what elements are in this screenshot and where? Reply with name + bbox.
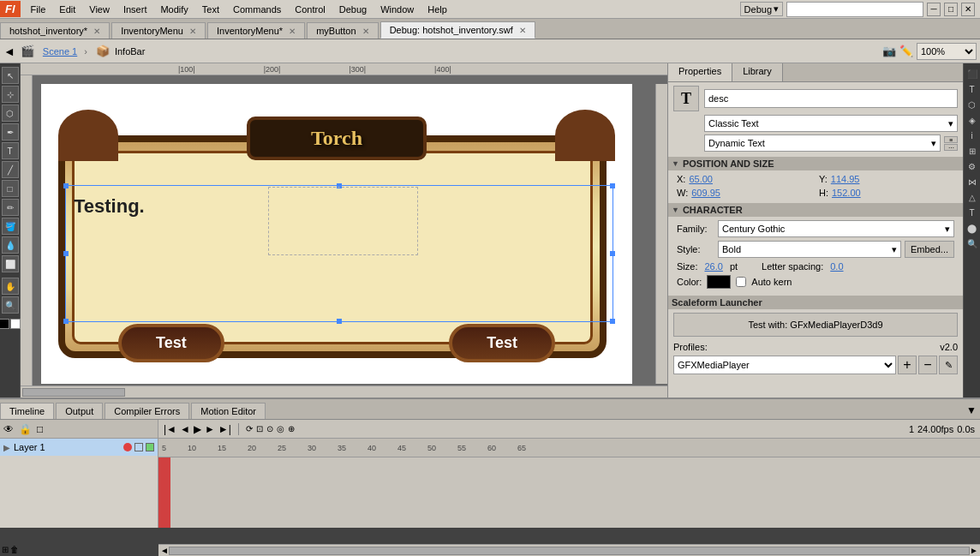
goto-end-button[interactable]: ►| <box>218 423 231 435</box>
profile-edit-button[interactable]: ✎ <box>939 356 958 374</box>
step-forward-button[interactable]: ► <box>205 423 215 435</box>
profile-remove-button[interactable]: − <box>918 356 937 374</box>
tab-properties[interactable]: Properties <box>668 63 732 81</box>
auto-kern-checkbox[interactable] <box>736 277 746 287</box>
menu-edit[interactable]: Edit <box>52 3 82 16</box>
tool-eraser[interactable]: ⬜ <box>2 255 19 272</box>
outline-icon[interactable]: □ <box>37 423 43 435</box>
profiles-select[interactable]: GFXMediaPlayer <box>673 356 896 374</box>
w-value[interactable]: 609.95 <box>691 188 720 198</box>
tab-inventorymenu1[interactable]: InventoryMenu ✕ <box>111 22 206 39</box>
menu-view[interactable]: View <box>82 3 117 16</box>
panel-icon-4[interactable]: ◈ <box>965 113 979 127</box>
lock-icon[interactable]: 🔒 <box>19 423 32 435</box>
loop-icon[interactable]: ⟳ <box>246 424 253 433</box>
tool-hand[interactable]: ✋ <box>2 278 19 295</box>
format-icon-top[interactable]: ≡ <box>944 136 958 143</box>
family-dropdown[interactable]: Century Gothic ▾ <box>718 220 954 237</box>
tab-close-im1[interactable]: ✕ <box>189 27 196 36</box>
debug-dropdown[interactable]: Debug ▾ <box>740 2 783 16</box>
test-button-right[interactable]: Test <box>449 324 555 362</box>
scroll-thumb-h[interactable] <box>22 388 125 397</box>
timeline-scroll-thumb[interactable] <box>169 547 970 555</box>
letter-spacing-value[interactable]: 0.0 <box>830 261 843 272</box>
menu-debug[interactable]: Debug <box>332 3 373 16</box>
close-button[interactable]: ✕ <box>961 3 975 16</box>
tool-text[interactable]: T <box>2 142 19 159</box>
panel-icon-12[interactable]: 🔍 <box>965 236 979 250</box>
eye-icon[interactable]: 👁 <box>3 423 14 435</box>
search-input[interactable] <box>786 2 923 17</box>
x-value[interactable]: 65.00 <box>689 174 713 184</box>
panel-icon-11[interactable]: ⬤ <box>965 221 979 235</box>
position-size-header[interactable]: ▼ POSITION AND SIZE <box>668 157 963 170</box>
tl-tab-compiler[interactable]: Compiler Errors <box>105 403 189 419</box>
scrollbar-horizontal[interactable] <box>21 386 667 398</box>
panel-icon-10[interactable]: T <box>965 206 979 219</box>
embed-button[interactable]: Embed... <box>905 241 954 258</box>
menu-text[interactable]: Text <box>195 3 226 16</box>
character-header[interactable]: ▼ CHARACTER <box>668 203 963 217</box>
tl-tab-output[interactable]: Output <box>56 403 103 419</box>
tl-tab-motion[interactable]: Motion Editor <box>191 403 266 419</box>
tool-bucket[interactable]: 🪣 <box>2 218 19 235</box>
handle-br[interactable] <box>610 319 615 324</box>
tab-close-debug[interactable]: ✕ <box>519 26 526 35</box>
tab-mybutton[interactable]: myButton ✕ <box>307 22 379 39</box>
tool-subselect[interactable]: ⊹ <box>2 86 19 103</box>
panel-icon-1[interactable]: ⬛ <box>965 67 979 81</box>
tool-zoom[interactable]: 🔍 <box>2 296 19 314</box>
tool-transform[interactable]: ⬡ <box>2 105 19 122</box>
tab-hotshot-inventory[interactable]: hotshot_inventory* ✕ <box>0 22 110 39</box>
menu-help[interactable]: Help <box>421 3 454 16</box>
timeline-scrollbar-h[interactable]: ◄ ► <box>158 544 980 556</box>
play-button[interactable]: ▶ <box>194 423 201 435</box>
step-back-button[interactable]: ◄ <box>180 423 190 435</box>
test-gfx-button[interactable]: Test with: GFxMediaPlayerD3d9 <box>673 313 958 337</box>
tool-pen[interactable]: ✒ <box>2 123 19 140</box>
stage-container[interactable]: Torch <box>33 75 667 386</box>
scroll-right-arrow[interactable]: ► <box>970 546 978 555</box>
test-button-left[interactable]: Test <box>118 324 224 362</box>
panel-icon-3[interactable]: ⬡ <box>965 98 979 111</box>
tab-debug-swf[interactable]: Debug: hotshot_inventory.swf ✕ <box>380 21 535 39</box>
handle-mr[interactable] <box>610 251 615 256</box>
maximize-button[interactable]: □ <box>944 3 958 16</box>
layer-outline-dot[interactable] <box>146 443 154 451</box>
panel-icon-5[interactable]: i <box>965 129 979 142</box>
panel-icon-2[interactable]: T <box>965 82 979 96</box>
scene-label[interactable]: Scene 1 <box>43 46 77 57</box>
sync-icon[interactable]: ⊡ <box>256 424 263 433</box>
tab-close-im2[interactable]: ✕ <box>289 27 296 36</box>
edit-multiple-icon[interactable]: ⊕ <box>288 424 295 433</box>
menu-modify[interactable]: Modify <box>153 3 194 16</box>
layer-visibility-dot[interactable] <box>123 443 132 451</box>
menu-window[interactable]: Window <box>373 3 421 16</box>
minimize-button[interactable]: ─ <box>927 3 941 16</box>
panel-icon-7[interactable]: ⚙ <box>965 159 979 173</box>
onion-outlines-icon[interactable]: ◎ <box>277 424 284 433</box>
tab-close-mb[interactable]: ✕ <box>362 27 369 36</box>
frames-area[interactable] <box>158 457 980 528</box>
tl-tab-timeline[interactable]: Timeline <box>0 403 54 419</box>
style-dropdown[interactable]: Bold ▾ <box>718 241 901 258</box>
zoom-select[interactable]: 100% 50% 200% <box>917 43 977 60</box>
h-value[interactable]: 152.00 <box>832 188 861 198</box>
panel-icon-6[interactable]: ⊞ <box>965 144 979 158</box>
onion-skin-icon[interactable]: ⊙ <box>266 424 273 433</box>
tool-pencil[interactable]: ✏ <box>2 199 19 216</box>
panel-icon-9[interactable]: △ <box>965 190 979 204</box>
dynamic-text-dropdown[interactable]: Dynamic Text ▾ <box>704 135 941 152</box>
back-button[interactable]: ◄ <box>3 45 15 58</box>
tab-close-hotshot[interactable]: ✕ <box>93 27 100 36</box>
profile-add-button[interactable]: + <box>898 356 917 374</box>
menu-insert[interactable]: Insert <box>117 3 154 16</box>
format-icon-bottom[interactable]: ⋯ <box>944 144 958 151</box>
classic-text-dropdown[interactable]: Classic Text ▾ <box>704 115 958 132</box>
tab-inventorymenu2[interactable]: InventoryMenu* ✕ <box>207 22 305 39</box>
tool-rect[interactable]: □ <box>2 180 19 197</box>
menu-file[interactable]: File <box>24 3 53 16</box>
menu-commands[interactable]: Commands <box>226 3 288 16</box>
handle-tr[interactable] <box>610 183 615 188</box>
stroke-color[interactable] <box>0 319 9 329</box>
